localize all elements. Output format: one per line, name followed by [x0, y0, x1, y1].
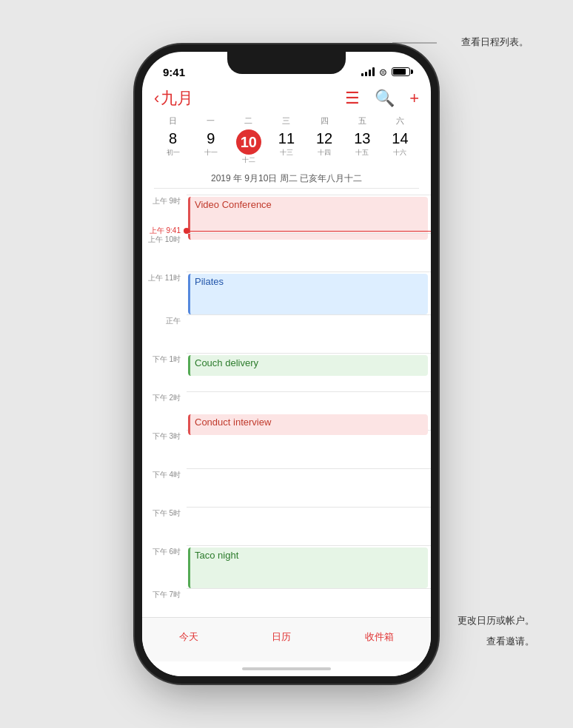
time-row-5pm: 下午 5时: [142, 507, 431, 545]
current-time-line: [187, 231, 431, 232]
event-couch-delivery-title: Couch delivery: [195, 357, 258, 368]
phone-frame: 9:41 ⊜ ‹ 九月 ☰ 🔍 +: [142, 52, 431, 676]
time-line-10am: [187, 233, 431, 272]
event-taco-night-title: Taco night: [195, 550, 238, 561]
lunar-13: 十五: [355, 148, 369, 158]
time-label-4pm: 下午 4时: [142, 468, 187, 480]
time-row-6pm: 下午 6时 Taco night: [142, 545, 431, 588]
search-icon[interactable]: 🔍: [375, 89, 395, 108]
day-13[interactable]: 13 十五: [344, 129, 381, 165]
time-label-7pm: 下午 7时: [142, 588, 187, 600]
day-8[interactable]: 8 初一: [154, 129, 192, 165]
time-row-3pm: 下午 3时 Conduct interview: [142, 430, 431, 468]
tab-calendars[interactable]: 日历: [272, 630, 291, 644]
back-button[interactable]: ‹ 九月: [154, 87, 193, 109]
day-14[interactable]: 14 十六: [381, 129, 419, 165]
event-conduct-interview-title: Conduct interview: [195, 417, 271, 428]
time-label-11am: 上午 11时: [142, 272, 187, 283]
nav-row: ‹ 九月 ☰ 🔍 +: [154, 87, 419, 109]
time-label-6pm: 下午 6时: [142, 545, 187, 557]
time-row-4pm: 下午 4时: [142, 468, 431, 507]
time-line-3pm: Conduct interview: [187, 430, 431, 468]
annotation-view-invites: 查看邀请。: [486, 635, 535, 648]
time-row-7pm: 下午 7时: [142, 588, 431, 617]
day-header-mon: 一: [192, 115, 229, 127]
time-row-noon: 正午: [142, 314, 431, 353]
day-header-sat: 六: [381, 115, 419, 127]
lunar-11: 十三: [280, 148, 293, 158]
status-icons: ⊜: [361, 67, 410, 78]
day-10-today[interactable]: 10 十二: [229, 129, 267, 165]
time-label-9am: 上午 9时: [142, 195, 187, 206]
day-num-9: 9: [207, 129, 215, 147]
event-pilates[interactable]: Pilates: [188, 274, 428, 314]
month-title: 九月: [161, 87, 193, 109]
lunar-12: 十四: [318, 148, 331, 158]
day-num-13: 13: [354, 129, 370, 147]
list-icon[interactable]: ☰: [345, 89, 360, 108]
signal-icon: [361, 67, 375, 76]
lunar-14: 十六: [393, 148, 406, 158]
current-time-indicator: 上午 9:41: [142, 226, 431, 236]
lunar-9: 十一: [204, 148, 218, 158]
event-conduct-interview[interactable]: Conduct interview: [188, 414, 428, 435]
time-row-11am: 上午 11时 Pilates: [142, 272, 431, 314]
annotation-change-calendar: 更改日历或帐户。: [458, 614, 535, 627]
home-indicator: [142, 661, 431, 676]
time-row-10am: 上午 10时: [142, 233, 431, 272]
tab-today[interactable]: 今天: [179, 630, 198, 644]
day-12[interactable]: 12 十四: [306, 129, 344, 165]
day-headers: 日 一 二 三 四 五 六: [154, 115, 419, 127]
current-time-dot: [184, 228, 190, 234]
day-num-10: 10: [236, 129, 261, 155]
time-label-noon: 正午: [142, 314, 187, 326]
time-row-1pm: 下午 1时 Couch delivery: [142, 353, 431, 391]
lunar-8: 初一: [167, 148, 180, 158]
event-couch-delivery[interactable]: Couch delivery: [188, 355, 428, 376]
tab-inbox[interactable]: 收件箱: [365, 630, 394, 644]
day-num-12: 12: [316, 129, 332, 147]
day-header-thu: 四: [306, 115, 344, 127]
date-subtitle: 2019 年 9月10日 周二 已亥年八月十二: [154, 169, 419, 189]
nav-actions: ☰ 🔍 +: [345, 89, 419, 108]
back-chevron-icon: ‹: [154, 89, 159, 108]
event-pilates-title: Pilates: [195, 276, 224, 287]
wifi-icon: ⊜: [379, 67, 387, 78]
annotation-schedule-list: 查看日程列表。: [461, 36, 529, 49]
time-label-5pm: 下午 5时: [142, 507, 187, 519]
day-num-8: 8: [169, 129, 177, 147]
calendar-body[interactable]: 上午 9时 Video Conference 上午 9:41 上午 10时: [142, 195, 431, 617]
status-time: 9:41: [163, 66, 185, 78]
time-slots-scroll[interactable]: 上午 9时 Video Conference 上午 9:41 上午 10时: [142, 195, 431, 617]
day-9[interactable]: 9 十一: [192, 129, 229, 165]
tab-bar: 今天 日历 收件箱: [142, 617, 431, 661]
day-header-wed: 三: [267, 115, 305, 127]
day-11[interactable]: 11 十三: [267, 129, 305, 165]
add-icon[interactable]: +: [409, 89, 419, 108]
time-line-6pm: Taco night: [187, 545, 431, 584]
day-num-11: 11: [278, 129, 295, 147]
battery-icon: [392, 67, 410, 76]
day-header-fri: 五: [344, 115, 381, 127]
time-line-4pm: [187, 468, 431, 507]
day-header-sun: 日: [154, 115, 192, 127]
time-line-7pm: [187, 588, 431, 617]
time-line-1pm: Couch delivery: [187, 353, 431, 391]
time-label-1pm: 下午 1时: [142, 353, 187, 365]
time-line-5pm: [187, 507, 431, 545]
time-label-3pm: 下午 3时: [142, 430, 187, 442]
calendar-header: ‹ 九月 ☰ 🔍 + 日 一 二 三 四 五 六 8 初一: [142, 84, 431, 195]
day-num-14: 14: [392, 129, 408, 147]
time-line-noon: [187, 314, 431, 353]
event-taco-night[interactable]: Taco night: [188, 547, 428, 588]
day-numbers: 8 初一 9 十一 10 十二 11 十三 12 十四 13 十五: [154, 129, 419, 165]
time-label-2pm: 下午 2时: [142, 391, 187, 403]
event-video-conference-title: Video Conference: [195, 199, 272, 210]
current-time-label: 上午 9:41: [142, 226, 187, 236]
day-header-tue: 二: [229, 115, 267, 127]
home-bar: [242, 667, 331, 670]
lunar-10: 十二: [242, 155, 255, 165]
time-line-11am: Pilates: [187, 272, 431, 310]
notch: [227, 52, 346, 74]
